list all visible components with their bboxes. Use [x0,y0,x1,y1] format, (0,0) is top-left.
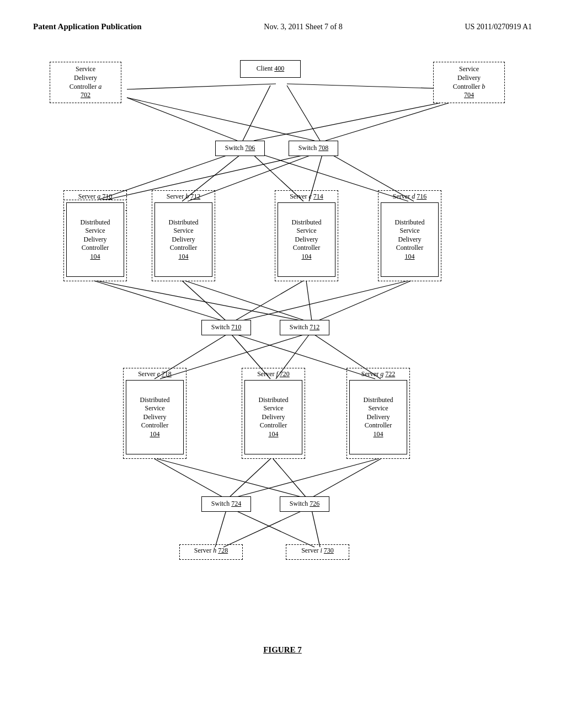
client-label: Client 400 [257,65,284,73]
sdc-a-label: ServiceDeliveryController a702 [70,65,102,99]
dsdc-104-3-label: DistributedServiceDeliveryController104 [292,218,322,261]
switch-706-label: Switch 706 [225,144,255,153]
svg-line-23 [317,281,411,321]
server-c-label: Server c 714 [275,192,338,201]
dsdc-104-4: DistributedServiceDeliveryController104 [381,202,439,277]
switch-712-label: Switch 712 [290,323,319,332]
dsdc-104-4-label: DistributedServiceDeliveryController104 [395,218,425,261]
dsdc-104-7-label: DistributedServiceDeliveryController104 [364,396,393,439]
figure-label: FIGURE 7 [33,645,532,655]
svg-line-33 [273,459,306,497]
header-right: US 2011/0270919 A1 [465,23,532,31]
svg-line-31 [157,459,303,497]
dsdc-104-6: DistributedServiceDeliveryController104 [244,380,302,454]
page: Patent Application Publication Nov. 3, 2… [0,0,565,728]
dsdc-104-7: DistributedServiceDeliveryController104 [349,380,407,454]
header: Patent Application Publication Nov. 3, 2… [33,22,532,31]
sdc-b-label: ServiceDeliveryController b704 [453,65,485,99]
sdc-b-704: ServiceDeliveryController b704 [433,62,505,103]
svg-line-30 [154,459,223,497]
server-h-label: Server h 728 [179,547,243,555]
server-i-label: Server i 730 [286,547,349,555]
server-b-label: Server b 712 [152,192,215,201]
switch-708-label: Switch 708 [299,144,328,153]
switch-706: Switch 706 [215,141,265,156]
svg-line-2 [243,85,270,141]
dsdc-104-6-label: DistributedServiceDeliveryController104 [259,396,289,439]
switch-726: Switch 726 [280,496,329,512]
server-d-label: Server d 716 [378,192,441,201]
diagram-svg [33,42,532,666]
svg-line-6 [254,98,466,141]
switch-724-label: Switch 724 [211,500,241,508]
svg-line-3 [287,85,320,141]
switch-712: Switch 712 [280,320,329,335]
svg-line-32 [229,459,270,497]
switch-710-label: Switch 710 [211,323,241,332]
dsdc-104-5: DistributedServiceDeliveryController104 [126,380,184,454]
svg-line-36 [215,510,226,547]
dsdc-104-3: DistributedServiceDeliveryController104 [278,202,335,277]
svg-line-34 [234,459,378,497]
server-e-label: Server e 718 [123,370,186,378]
svg-line-37 [234,510,315,547]
server-g-label: Server g 722 [347,370,410,378]
svg-line-17 [97,281,303,321]
client-400: Client 400 [240,60,301,78]
server-a-container [63,190,127,281]
svg-line-7 [326,98,466,141]
svg-line-22 [240,281,408,321]
dsdc-104-5-label: DistributedServiceDeliveryController104 [140,396,170,439]
switch-708: Switch 708 [289,141,338,156]
header-center: Nov. 3, 2011 Sheet 7 of 8 [264,23,342,31]
svg-line-39 [312,510,320,547]
svg-line-35 [312,459,381,497]
dsdc-104-2-label: DistributedServiceDeliveryController104 [169,218,199,261]
sdc-a-702: ServiceDeliveryController a702 [50,62,121,103]
svg-line-0 [127,84,276,89]
svg-line-38 [223,510,303,547]
switch-724: Switch 724 [201,496,251,512]
dsdc-104-2: DistributedServiceDeliveryController104 [154,202,212,277]
switch-710: Switch 710 [201,320,251,335]
switch-726-label: Switch 726 [290,500,319,508]
header-left: Patent Application Publication [33,22,142,31]
server-f-label: Server f 720 [242,370,305,378]
svg-line-21 [306,281,312,321]
diagram: ServiceDeliveryController a702 Client 40… [33,42,532,666]
